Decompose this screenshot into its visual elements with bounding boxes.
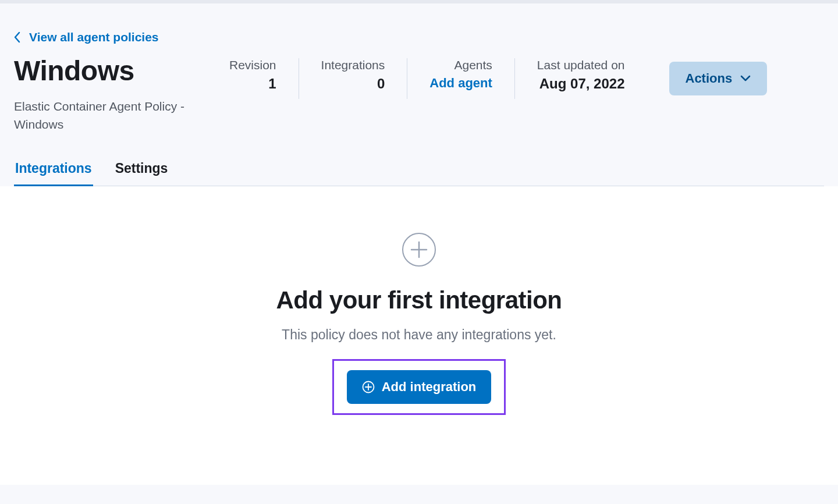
stat-label: Integrations bbox=[321, 58, 385, 72]
plus-circle-icon bbox=[362, 381, 375, 393]
page-title: Windows bbox=[14, 56, 229, 87]
actions-button[interactable]: Actions bbox=[669, 62, 768, 95]
tab-settings[interactable]: Settings bbox=[114, 161, 169, 186]
chevron-left-icon bbox=[14, 31, 21, 43]
plus-circle-icon bbox=[402, 233, 436, 267]
stat-label: Agents bbox=[454, 58, 492, 72]
stat-value: 0 bbox=[377, 76, 385, 92]
stats-row: Revision 1 Integrations 0 Agents Add age… bbox=[229, 58, 767, 99]
empty-body: This policy does not have any integratio… bbox=[14, 327, 824, 343]
actions-button-label: Actions bbox=[686, 71, 733, 86]
add-integration-label: Add integration bbox=[382, 379, 477, 395]
chevron-down-icon bbox=[740, 75, 751, 82]
tab-integrations[interactable]: Integrations bbox=[14, 161, 93, 186]
tabs: Integrations Settings bbox=[14, 161, 824, 186]
page-header: View all agent policies Windows Elastic … bbox=[0, 3, 838, 186]
highlight-annotation: Add integration bbox=[332, 359, 506, 415]
add-agent-link[interactable]: Add agent bbox=[429, 76, 492, 91]
page-subtitle: Elastic Container Agent Policy - Windows bbox=[14, 97, 212, 134]
add-integration-button[interactable]: Add integration bbox=[347, 370, 492, 404]
empty-title: Add your first integration bbox=[14, 286, 824, 314]
stat-value: Aug 07, 2022 bbox=[539, 76, 625, 92]
stat-value: 1 bbox=[268, 76, 276, 92]
back-link-label: View all agent policies bbox=[29, 30, 159, 44]
back-link[interactable]: View all agent policies bbox=[14, 30, 159, 44]
stat-label: Last updated on bbox=[537, 58, 625, 72]
stat-integrations: Integrations 0 bbox=[299, 58, 407, 99]
stat-label: Revision bbox=[229, 58, 276, 72]
stat-agents: Agents Add agent bbox=[407, 58, 514, 99]
stat-last-updated: Last updated on Aug 07, 2022 bbox=[514, 58, 647, 99]
stat-revision: Revision 1 bbox=[229, 58, 299, 99]
empty-state: Add your first integration This policy d… bbox=[0, 186, 838, 485]
